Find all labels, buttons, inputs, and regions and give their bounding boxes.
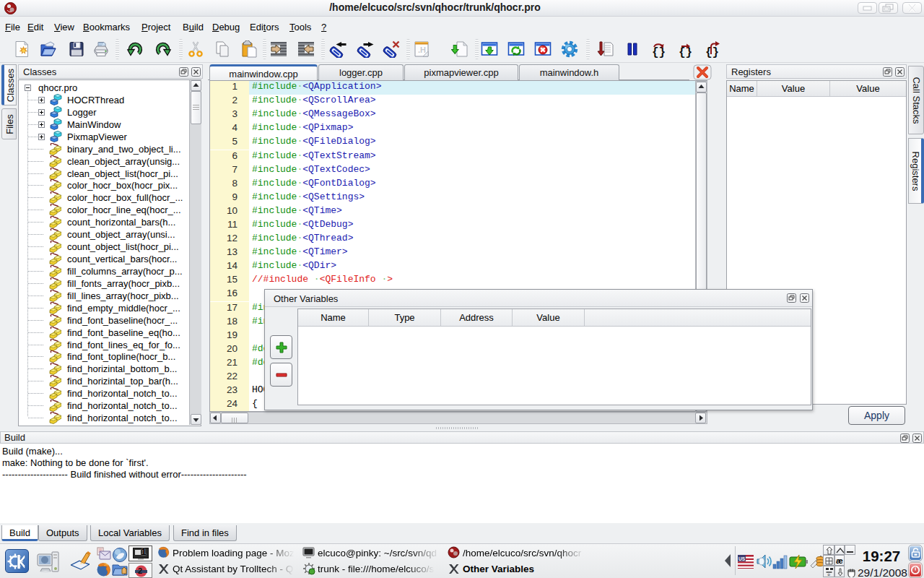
svg-text:.H: .H	[418, 46, 426, 54]
svg-text:2: 2	[138, 566, 142, 575]
svg-text:US: US	[738, 556, 746, 561]
svg-text:{}: {}	[652, 46, 666, 58]
svg-text:{}: {}	[679, 46, 692, 58]
svg-text:{}: {}	[705, 46, 719, 58]
